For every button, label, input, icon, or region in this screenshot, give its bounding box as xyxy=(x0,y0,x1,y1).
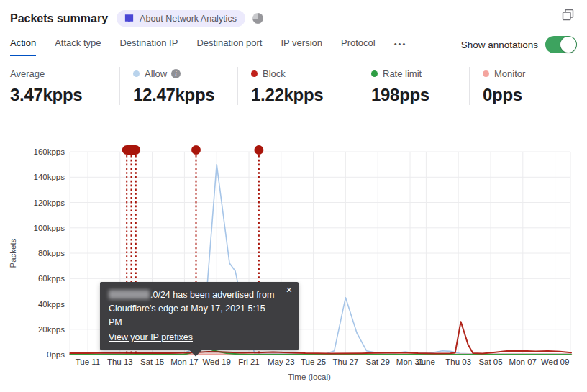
stat-monitor: Monitor 0pps xyxy=(469,67,587,105)
packets-chart[interactable]: 0pps20kpps40kpps60kpps80kpps100kpps120kp… xyxy=(0,137,587,392)
svg-text:Mon 17: Mon 17 xyxy=(170,357,198,366)
tab-bar: Action Attack type Destination IP Destin… xyxy=(0,33,587,56)
tooltip-line1: .0/24 has been advertised from xyxy=(109,288,280,302)
svg-text:Mon 07: Mon 07 xyxy=(509,357,537,366)
svg-text:160kpps: 160kpps xyxy=(34,147,65,156)
stat-allow: Allow i 12.47kpps xyxy=(119,67,237,105)
block-dot xyxy=(251,70,258,77)
stat-rate-limit: Rate limit 198pps xyxy=(358,67,469,105)
tab-destination-port[interactable]: Destination port xyxy=(196,37,262,56)
tab-destination-ip[interactable]: Destination IP xyxy=(119,37,178,56)
chart-svg: 0pps20kpps40kpps60kpps80kpps100kpps120kp… xyxy=(0,137,587,392)
svg-text:Tue 25: Tue 25 xyxy=(301,357,326,366)
x-axis-title: Time (local) xyxy=(288,373,331,381)
info-icon[interactable]: i xyxy=(171,69,181,78)
close-icon[interactable]: × xyxy=(286,285,292,295)
svg-text:Thu 13: Thu 13 xyxy=(107,357,133,366)
show-annotations-control: Show annotations xyxy=(461,36,577,56)
stat-average-value: 3.47kpps xyxy=(10,85,112,105)
network-analytics-panel: Packets summary About Network Analytics … xyxy=(0,0,587,392)
tab-action[interactable]: Action xyxy=(10,37,36,56)
header: Packets summary About Network Analytics xyxy=(0,0,587,27)
tab-ip-version[interactable]: IP version xyxy=(281,37,322,56)
annotation-marker[interactable] xyxy=(254,145,263,155)
pie-chart-icon xyxy=(252,13,263,24)
page-title: Packets summary xyxy=(10,12,108,25)
svg-text:0pps: 0pps xyxy=(47,350,65,359)
more-tabs-button[interactable]: ••• xyxy=(394,40,407,56)
show-annotations-toggle[interactable] xyxy=(545,36,577,53)
svg-text:Thu 03: Thu 03 xyxy=(445,357,471,366)
badge-label: About Network Analytics xyxy=(140,14,237,24)
svg-text:40kpps: 40kpps xyxy=(38,300,65,309)
svg-text:Sat 29: Sat 29 xyxy=(366,357,390,366)
svg-text:60kpps: 60kpps xyxy=(38,274,65,283)
allow-dot xyxy=(133,70,140,77)
svg-text:Thu 27: Thu 27 xyxy=(332,357,358,366)
svg-text:Sat 15: Sat 15 xyxy=(140,357,164,366)
annotation-marker[interactable] xyxy=(191,145,201,155)
svg-text:Tue 11: Tue 11 xyxy=(76,357,101,366)
svg-text:Wed 09: Wed 09 xyxy=(541,357,569,366)
toggle-knob xyxy=(560,37,576,53)
stat-average: Average 3.47kpps xyxy=(10,67,119,105)
stat-monitor-value: 0pps xyxy=(483,85,580,105)
stat-rate-limit-value: 198pps xyxy=(371,85,462,105)
svg-text:80kpps: 80kpps xyxy=(38,249,65,257)
svg-text:June: June xyxy=(417,357,435,366)
stat-block-label: Block xyxy=(263,68,286,79)
tab-protocol[interactable]: Protocol xyxy=(341,37,376,56)
tooltip-line2: Cloudflare's edge at May 17, 2021 5:15 P… xyxy=(109,302,280,329)
rate-limit-dot xyxy=(371,70,378,77)
svg-text:20kpps: 20kpps xyxy=(38,325,65,334)
stats-row: Average 3.47kpps Allow i 12.47kpps Block… xyxy=(0,67,587,105)
tab-attack-type[interactable]: Attack type xyxy=(55,37,101,56)
show-annotations-label: Show annotations xyxy=(461,40,538,50)
annotation-marker[interactable] xyxy=(122,145,141,155)
svg-text:Fri 21: Fri 21 xyxy=(238,357,259,366)
stat-rate-limit-label: Rate limit xyxy=(383,68,422,79)
y-axis-labels: 0pps20kpps40kpps60kpps80kpps100kpps120kp… xyxy=(34,147,65,359)
about-network-analytics-badge[interactable]: About Network Analytics xyxy=(117,10,245,27)
x-axis-labels: Tue 11Thu 13Sat 15Mon 17Wed 19Fri 21May … xyxy=(76,357,570,366)
stat-allow-value: 12.47kpps xyxy=(133,85,230,105)
annotation-tooltip: × .0/24 has been advertised from Cloudfl… xyxy=(100,282,299,350)
y-axis-title: Packets xyxy=(9,238,17,268)
copy-icon[interactable] xyxy=(562,9,574,24)
svg-text:120kpps: 120kpps xyxy=(34,199,65,207)
svg-text:140kpps: 140kpps xyxy=(34,173,65,181)
svg-text:Wed 19: Wed 19 xyxy=(202,357,230,366)
svg-text:100kpps: 100kpps xyxy=(34,224,65,232)
book-icon xyxy=(124,13,135,24)
stat-allow-label: Allow xyxy=(145,68,167,79)
stat-block: Block 1.22kpps xyxy=(237,67,358,105)
redacted-ip xyxy=(109,290,150,299)
svg-text:Sat 05: Sat 05 xyxy=(478,357,502,366)
stat-monitor-label: Monitor xyxy=(494,68,525,79)
stat-average-label: Average xyxy=(10,68,45,79)
stat-block-value: 1.22kpps xyxy=(251,85,350,105)
svg-text:May 23: May 23 xyxy=(268,357,295,366)
monitor-dot xyxy=(483,70,489,77)
view-ip-prefixes-link[interactable]: View your IP prefixes xyxy=(109,331,193,345)
